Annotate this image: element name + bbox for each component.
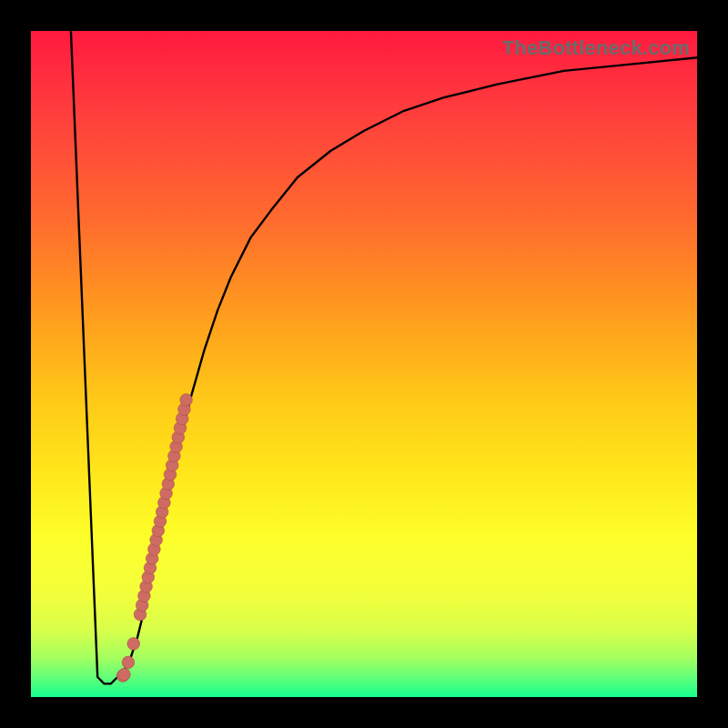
data-point bbox=[122, 656, 135, 669]
bottleneck-curve bbox=[71, 31, 697, 683]
data-point bbox=[127, 638, 140, 651]
highlighted-points bbox=[116, 394, 192, 682]
chart-frame: TheBottleneck.com bbox=[0, 0, 728, 728]
plot-area: TheBottleneck.com bbox=[31, 31, 697, 697]
chart-svg bbox=[31, 31, 697, 697]
data-point bbox=[180, 394, 193, 407]
data-point bbox=[118, 668, 131, 681]
